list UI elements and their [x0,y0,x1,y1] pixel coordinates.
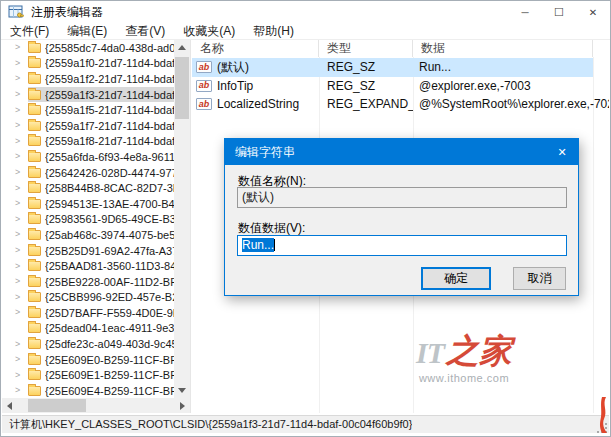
value-row[interactable]: abInfoTip REG_SZ @explorer.exe,-7003 [192,77,609,96]
chevron-right-icon[interactable]: > [15,106,28,115]
tree-node[interactable]: {25B25D91-69A2-47fa-A375 [28,243,174,259]
header-data[interactable]: 数据 [413,40,593,57]
chevron-right-icon[interactable]: > [15,371,28,380]
menu-item[interactable]: 帮助(H) [244,23,303,39]
scroll-left-arrow-icon[interactable] [2,398,17,413]
scroll-down-arrow-icon[interactable] [174,383,190,398]
tree-item[interactable]: > {2559a1f3-21d7-11d4-bdaf [2,87,174,103]
chevron-right-icon[interactable]: > [15,308,28,317]
tree-item[interactable]: > {25E609E0-B259-11CF-BFC7 [2,352,174,368]
tree-node[interactable]: {25CBB996-92ED-457e-B28 [28,290,174,306]
menu-item[interactable]: 文件(F) [1,23,58,39]
tree-node[interactable]: {25642426-028D-4474-977E [28,165,174,181]
chevron-right-icon[interactable]: > [15,90,28,99]
chevron-right-icon[interactable]: > [15,386,28,395]
header-name[interactable]: 名称 [192,40,319,57]
menu-item[interactable]: 查看(V) [116,23,174,39]
tree-horizontal-scrollbar[interactable] [2,398,190,413]
tree-node[interactable]: {25BE9228-00AF-11D2-BF87 [28,274,174,290]
tree-node[interactable]: {258B44B8-8CAC-82D7-3FD [28,180,174,196]
value-row[interactable]: abLocalizedString REG_EXPAND_SZ @%System… [192,95,609,114]
horizontal-scroll-thumb[interactable] [28,399,86,412]
tree-node[interactable]: {2559a1f8-21d7-11d4-bdaf [28,134,174,150]
tree-item[interactable]: > {25ab468c-3974-4075-be50 [2,227,174,243]
tree-item[interactable]: > {258B44B8-8CAC-82D7-3FD [2,180,174,196]
chevron-right-icon[interactable]: > [15,293,28,302]
tree-item[interactable]: > {2559a1f0-21d7-11d4-bdaf [2,56,174,72]
tree-node[interactable]: {25983561-9D65-49CE-B335 [28,212,174,228]
tree-node[interactable]: {2559a1f5-21d7-11d4-bdaf [28,102,174,118]
chevron-right-icon[interactable]: > [15,152,28,161]
chevron-right-icon[interactable]: > [15,137,28,146]
tree-vertical-scrollbar[interactable] [174,40,190,398]
tree-node[interactable]: {2559a1f7-21d7-11d4-bdaf [28,118,174,134]
dialog-close-icon[interactable]: ✕ [546,139,578,165]
header-type[interactable]: 类型 [319,40,413,57]
chevron-right-icon[interactable]: > [15,262,28,271]
tree-node[interactable]: {25E609E4-B259-11CF-BFC7 [28,383,174,398]
resize-grip[interactable] [597,423,607,433]
chevron-right-icon[interactable]: > [15,43,28,52]
tree-item[interactable]: > {2559a1f5-21d7-11d4-bdaf [2,102,174,118]
tree-node[interactable]: {25BAAD81-3560-11D3-847 [28,258,174,274]
tree-item[interactable]: > {25D7BAFF-F559-4D0E-9EA4 [2,305,174,321]
tree-item[interactable]: > {25BAAD81-3560-11D3-847 [2,258,174,274]
tree-node[interactable]: {2559a1f0-21d7-11d4-bdaf [28,56,174,72]
chevron-right-icon[interactable]: > [15,199,28,208]
chevron-right-icon[interactable]: > [15,355,28,364]
menu-item[interactable]: 收藏夹(A) [174,23,244,39]
chevron-right-icon[interactable]: > [15,277,28,286]
tree-node[interactable]: {2594513E-13AE-4700-B413 [28,196,174,212]
value-name-cell[interactable]: ab(默认) [192,59,319,76]
scroll-right-arrow-icon[interactable] [175,398,190,413]
tree-node[interactable]: {25E609E1-B259-11CF-BFC7 [28,367,174,383]
ok-button[interactable]: 确定 [421,267,491,290]
chevron-right-icon[interactable]: > [15,230,28,239]
tree-item[interactable]: > {25dfe23c-a049-403d-9c45- [2,336,174,352]
chevron-right-icon[interactable]: > [15,168,28,177]
tree-item[interactable]: > {25BE9228-00AF-11D2-BF87 [2,274,174,290]
tree-item[interactable]: > {255a6fda-6f93-4e8a-9611- [2,149,174,165]
minimize-button[interactable]: ─ [508,1,542,23]
scroll-up-arrow-icon[interactable] [174,40,190,55]
tree-node[interactable]: {25dfe23c-a049-403d-9c45- [28,336,174,352]
tree-item[interactable]: > {25983561-9D65-49CE-B335 [2,212,174,228]
chevron-right-icon[interactable]: > [15,121,28,130]
titlebar[interactable]: 注册表编辑器 ─ ☐ ✕ [1,1,610,23]
tree-item[interactable]: > {25B25D91-69A2-47fa-A375 [2,243,174,259]
chevron-right-icon[interactable]: > [15,74,28,83]
tree-node[interactable]: {255a6fda-6f93-4e8a-9611- [28,149,174,165]
chevron-right-icon[interactable]: > [15,215,28,224]
tree-item[interactable]: > {25E609E1-B259-11CF-BFC7 [2,367,174,383]
menu-item[interactable]: 编辑(E) [58,23,116,39]
tree-item[interactable]: > {2559a1f2-21d7-11d4-bdaf [2,71,174,87]
vertical-scroll-thumb[interactable] [175,57,189,119]
tree-item[interactable]: > {25642426-028D-4474-977E [2,165,174,181]
tree-item[interactable]: > {25CBB996-92ED-457e-B28 [2,290,174,306]
chevron-right-icon[interactable]: > [15,340,28,349]
chevron-right-icon[interactable]: > [15,246,28,255]
tree-node[interactable]: {25585dc7-4da0-438d-ad04 [28,40,174,56]
value-data-input[interactable]: Run... [237,235,567,256]
cancel-button[interactable]: 取消 [513,267,566,290]
tree-node[interactable]: {2559a1f3-21d7-11d4-bdaf [28,87,174,103]
tree-item[interactable]: > {2594513E-13AE-4700-B413 [2,196,174,212]
maximize-button[interactable]: ☐ [542,1,576,23]
chevron-right-icon[interactable]: > [15,59,28,68]
tree-item[interactable]: > {25585dc7-4da0-438d-ad04 [2,40,174,56]
tree-item[interactable]: > {25E609E4-B259-11CF-BFC7 [2,383,174,398]
value-row[interactable]: ab(默认) REG_SZ Run... [192,58,609,77]
tree-node[interactable]: {25D7BAFF-F559-4D0E-9EA4 [28,305,174,321]
chevron-right-icon[interactable]: > [15,184,28,193]
tree-node[interactable]: {25E609E0-B259-11CF-BFC7 [28,352,174,368]
tree-item[interactable]: > {2559a1f8-21d7-11d4-bdaf [2,134,174,150]
tree-node[interactable]: {25ab468c-3974-4075-be50 [28,227,174,243]
tree-item[interactable]: > {2559a1f7-21d7-11d4-bdaf [2,118,174,134]
tree-item[interactable]: > {25dead04-1eac-4911-9e3a [2,321,174,337]
close-button[interactable]: ✕ [576,1,610,23]
tree-node[interactable]: {2559a1f2-21d7-11d4-bdaf [28,71,174,87]
dialog-titlebar[interactable]: 编辑字符串 ✕ [225,139,578,165]
value-name-cell[interactable]: abLocalizedString [192,97,319,111]
value-name-cell[interactable]: abInfoTip [192,79,319,93]
tree-node[interactable]: {25dead04-1eac-4911-9e3a [28,321,174,337]
